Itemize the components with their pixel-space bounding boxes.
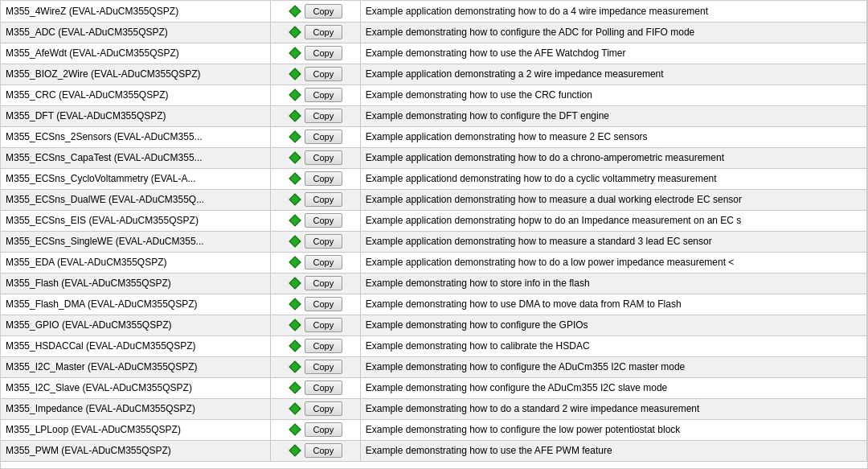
svg-rect-19: [289, 403, 300, 414]
diamond-icon: [289, 172, 301, 185]
diamond-icon: [289, 402, 301, 415]
svg-rect-6: [289, 131, 300, 142]
svg-rect-7: [289, 152, 300, 163]
copy-button[interactable]: Copy: [305, 401, 343, 416]
diamond-icon: [289, 277, 301, 290]
examples-table: M355_4WireZ (EVAL-ADuCM355QSPZ)CopyExamp…: [1, 1, 867, 462]
example-name: M355_I2C_Slave (EVAL-ADuCM355QSPZ): [1, 377, 270, 398]
svg-rect-4: [289, 89, 300, 101]
example-description: Example demonstrating how to calibrate t…: [360, 335, 866, 356]
example-description: Example demonstrating how to configure t…: [360, 356, 866, 377]
copy-button[interactable]: Copy: [305, 4, 343, 19]
copy-button[interactable]: Copy: [305, 46, 343, 60]
diamond-icon: [289, 214, 301, 227]
diamond-icon: [289, 256, 301, 269]
copy-cell: Copy: [270, 64, 360, 84]
example-description: Example demonstrating how configure the …: [360, 377, 866, 398]
example-description: Example demonstrating how to use the CRC…: [360, 84, 866, 105]
copy-cell: Copy: [270, 84, 360, 105]
copy-button[interactable]: Copy: [305, 318, 343, 332]
example-name: M355_4WireZ (EVAL-ADuCM355QSPZ): [1, 1, 270, 22]
example-name: M355_ECSns_DualWE (EVAL-ADuCM355Q...: [1, 189, 270, 210]
diamond-icon: [289, 360, 301, 373]
copy-cell: Copy: [270, 210, 360, 231]
svg-rect-3: [289, 68, 300, 80]
svg-rect-16: [289, 340, 300, 352]
table-row: M355_ECSns_DualWE (EVAL-ADuCM355Q...Copy…: [1, 189, 867, 210]
example-description: Example application demonstrating a 2 wi…: [360, 64, 866, 84]
copy-button[interactable]: Copy: [305, 422, 343, 437]
copy-button[interactable]: Copy: [305, 255, 343, 269]
diamond-icon: [289, 444, 301, 457]
copy-cell: Copy: [270, 147, 360, 168]
example-name: M355_ECSns_CycloVoltammetry (EVAL-A...: [1, 168, 270, 189]
example-name: M355_HSDACCal (EVAL-ADuCM355QSPZ): [1, 335, 270, 356]
svg-rect-5: [289, 110, 300, 121]
example-name: M355_ECSns_SingleWE (EVAL-ADuCM355...: [1, 231, 270, 252]
svg-rect-12: [289, 257, 300, 268]
diamond-icon: [289, 339, 301, 352]
svg-rect-20: [289, 424, 300, 435]
diamond-icon: [289, 88, 301, 101]
copy-button[interactable]: Copy: [305, 25, 343, 39]
example-description: Example application demonstrating how to…: [360, 252, 866, 273]
copy-button[interactable]: Copy: [305, 88, 343, 102]
svg-rect-18: [289, 382, 300, 393]
example-name: M355_GPIO (EVAL-ADuCM355QSPZ): [1, 315, 270, 335]
diamond-icon: [289, 47, 301, 60]
copy-button[interactable]: Copy: [305, 130, 343, 144]
table-row: M355_Impedance (EVAL-ADuCM355QSPZ)CopyEx…: [1, 398, 867, 419]
copy-cell: Copy: [270, 294, 360, 315]
table-row: M355_ECSns_CycloVoltammetry (EVAL-A...Co…: [1, 168, 867, 189]
svg-rect-2: [289, 47, 300, 59]
copy-button[interactable]: Copy: [305, 109, 343, 123]
example-name: M355_ECSns_2Sensors (EVAL-ADuCM355...: [1, 126, 270, 147]
copy-button[interactable]: Copy: [305, 192, 343, 207]
example-description: Example application demonstrating how to…: [360, 147, 866, 168]
copy-cell: Copy: [270, 105, 360, 126]
example-description: Example demonstrating how to configure t…: [360, 315, 866, 335]
example-name: M355_I2C_Master (EVAL-ADuCM355QSPZ): [1, 356, 270, 377]
table-row: M355_ECSns_2Sensors (EVAL-ADuCM355...Cop…: [1, 126, 867, 147]
svg-rect-14: [289, 298, 300, 310]
example-description: Example demonstrating how to do a standa…: [360, 398, 866, 419]
example-name: M355_Impedance (EVAL-ADuCM355QSPZ): [1, 398, 270, 419]
diamond-icon: [289, 423, 301, 436]
example-name: M355_EDA (EVAL-ADuCM355QSPZ): [1, 252, 270, 273]
copy-button[interactable]: Copy: [305, 297, 343, 311]
copy-button[interactable]: Copy: [305, 67, 343, 81]
copy-button[interactable]: Copy: [305, 171, 343, 186]
diamond-icon: [289, 298, 301, 311]
table-row: M355_PWM (EVAL-ADuCM355QSPZ)CopyExample …: [1, 440, 867, 461]
diamond-icon: [289, 381, 301, 394]
example-name: M355_ECSns_CapaTest (EVAL-ADuCM355...: [1, 147, 270, 168]
table-row: M355_GPIO (EVAL-ADuCM355QSPZ)CopyExample…: [1, 315, 867, 335]
diamond-icon: [289, 151, 301, 164]
copy-button[interactable]: Copy: [305, 150, 343, 165]
copy-button[interactable]: Copy: [305, 213, 343, 228]
copy-button[interactable]: Copy: [305, 360, 343, 374]
copy-button[interactable]: Copy: [305, 276, 343, 290]
table-row: M355_I2C_Slave (EVAL-ADuCM355QSPZ)CopyEx…: [1, 377, 867, 398]
copy-button[interactable]: Copy: [305, 443, 343, 458]
copy-cell: Copy: [270, 440, 360, 461]
example-description: Example application demonstrating how to…: [360, 126, 866, 147]
svg-rect-21: [289, 445, 300, 456]
copy-cell: Copy: [270, 1, 360, 22]
example-name: M355_Flash (EVAL-ADuCM355QSPZ): [1, 273, 270, 294]
table-row: M355_EDA (EVAL-ADuCM355QSPZ)CopyExample …: [1, 252, 867, 273]
copy-button[interactable]: Copy: [305, 381, 343, 395]
svg-rect-0: [289, 6, 300, 17]
examples-table-container[interactable]: M355_4WireZ (EVAL-ADuCM355QSPZ)CopyExamp…: [0, 0, 868, 469]
copy-button[interactable]: Copy: [305, 234, 343, 249]
copy-cell: Copy: [270, 273, 360, 294]
table-row: M355_ECSns_SingleWE (EVAL-ADuCM355...Cop…: [1, 231, 867, 252]
copy-cell: Copy: [270, 126, 360, 147]
example-name: M355_CRC (EVAL-ADuCM355QSPZ): [1, 84, 270, 105]
example-description: Example demonstrating how to configure t…: [360, 22, 866, 43]
copy-cell: Copy: [270, 189, 360, 210]
copy-button[interactable]: Copy: [305, 339, 343, 353]
diamond-icon: [289, 193, 301, 206]
example-description: Example demonstrating how to configure t…: [360, 105, 866, 126]
copy-cell: Copy: [270, 231, 360, 252]
